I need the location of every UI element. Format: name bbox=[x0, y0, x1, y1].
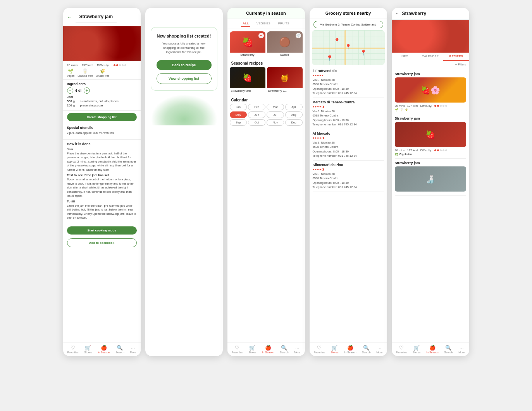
seasonal-recipes-grid: 🍓 Strawberry tarts 🍯 Strawberry J... bbox=[227, 67, 305, 96]
recipe-card-tarts[interactable]: 🍓 Strawberry tarts bbox=[230, 67, 265, 93]
jam3-image: 🍶 bbox=[395, 166, 466, 192]
test-text: Spoon a small amount of the hot jam onto… bbox=[67, 178, 137, 198]
strawberry-heart-icon[interactable]: ♥ bbox=[258, 33, 264, 38]
ingredient-1: 500 g strawberries, cut into pieces bbox=[67, 99, 137, 103]
month-mar[interactable]: Mar bbox=[267, 104, 284, 110]
filter-button[interactable]: ≡ Filters bbox=[455, 63, 466, 66]
star-icon: ● bbox=[313, 74, 315, 77]
month-feb[interactable]: Feb bbox=[248, 104, 265, 110]
month-nov[interactable]: Nov bbox=[267, 119, 284, 126]
s5-nav-in-season[interactable]: 🍎 In Season bbox=[426, 345, 439, 354]
month-jun[interactable]: Jun bbox=[248, 111, 265, 118]
nav-stores[interactable]: 🛒 Stores bbox=[84, 345, 92, 354]
view-shopping-list-button[interactable]: View shopping list bbox=[157, 73, 212, 84]
month-aug[interactable]: Aug bbox=[285, 111, 303, 118]
s3-nav-favorites[interactable]: ♡ Favorites bbox=[232, 345, 243, 354]
nav-more[interactable]: ··· More bbox=[130, 345, 136, 354]
star-icon: ● bbox=[319, 105, 321, 108]
s5-recipe-2[interactable]: Strawberry jam 🍓 20 mins 197 kcal Diffic… bbox=[395, 114, 466, 159]
star-icon: ● bbox=[315, 168, 317, 171]
s3-nav-in-season[interactable]: 🍎 In Season bbox=[262, 345, 274, 354]
s5-recipe-1[interactable]: Strawberry jam 🍓🌸 20 mins 197 kcal Diffi… bbox=[395, 70, 466, 114]
more-icon: ··· bbox=[131, 345, 135, 351]
jam-image: 🍯 bbox=[267, 67, 303, 88]
store-alimentari-pino[interactable]: Alimentari da Pino ● ● ● ● ◑ Via S. Nico… bbox=[313, 161, 384, 192]
s5-in-season-icon: 🍎 bbox=[429, 345, 436, 351]
jam-label: Strawberry J... bbox=[267, 88, 303, 93]
s5-back-arrow-icon[interactable]: ← bbox=[396, 12, 399, 15]
s4-nav-favorites[interactable]: ♡ Favorites bbox=[314, 345, 325, 354]
recipe-title: Strawberry jam bbox=[76, 11, 117, 23]
month-jul[interactable]: Jul bbox=[267, 111, 284, 118]
month-oct[interactable]: Oct bbox=[248, 119, 265, 126]
shopping-list-title: New shopping list created! bbox=[157, 34, 212, 38]
s5-nav-more[interactable]: ··· More bbox=[458, 345, 465, 354]
store-3-stars: ● ● ● ● ◑ bbox=[313, 136, 384, 140]
s4-nav-search[interactable]: 🔍 Search bbox=[362, 345, 370, 354]
tab-all[interactable]: ALL bbox=[241, 21, 250, 27]
store-al-mercato[interactable]: Al Mercato ● ● ● ● ◑ Via S. Nicolao 2865… bbox=[313, 129, 384, 161]
month-jan[interactable]: Jan bbox=[230, 104, 247, 110]
tab-fruits[interactable]: FRUITS bbox=[277, 21, 291, 27]
nav-more-label: More bbox=[130, 351, 136, 354]
s4-nav-in-season[interactable]: 🍎 In Season bbox=[344, 345, 356, 354]
fruit-card-swede[interactable]: 🟤 🛒 Swede bbox=[267, 31, 303, 57]
s4-nav-more[interactable]: ··· More bbox=[376, 345, 382, 354]
s4-favorites-icon: ♡ bbox=[317, 345, 322, 351]
s5-recipe-3[interactable]: Strawberry jam 🍶 bbox=[395, 159, 466, 196]
qty-increase-button[interactable]: + bbox=[84, 87, 90, 94]
add-to-cookbook-button[interactable]: Add to cookbook bbox=[67, 238, 137, 247]
utensils-section: Special utensils 2 jars, each approx. 30… bbox=[63, 123, 141, 140]
month-sep[interactable]: Sep bbox=[230, 119, 247, 126]
tab-recipes[interactable]: RECIPES bbox=[443, 53, 469, 61]
s3-nav-more-label: More bbox=[294, 351, 300, 354]
tab-veggies[interactable]: VEGGIES bbox=[255, 21, 272, 27]
store-fruttvendolo[interactable]: Il Fruttvendolo ● ● ● ● ● Via S. Nicolao… bbox=[313, 67, 384, 98]
shopping-list-card: New shopping list created! You successfu… bbox=[151, 27, 217, 91]
map-pin-main: 📍 bbox=[345, 44, 351, 50]
back-to-recipe-button[interactable]: Back to recipe bbox=[157, 60, 212, 70]
s3-nav-more[interactable]: ··· More bbox=[294, 345, 300, 354]
nav-in-season[interactable]: 🍎 In Season bbox=[98, 345, 110, 354]
qty-decrease-button[interactable]: − bbox=[67, 87, 73, 94]
back-arrow-icon[interactable]: ← bbox=[67, 14, 72, 20]
swede-basket-icon[interactable]: 🛒 bbox=[296, 33, 301, 38]
s3-nav-stores[interactable]: 🛒 Stores bbox=[248, 345, 256, 354]
s3-nav-search[interactable]: 🔍 Search bbox=[280, 345, 288, 354]
recipe-card-strawberry-jam[interactable]: 🍯 Strawberry J... bbox=[267, 67, 303, 93]
s5-recipe-2-thumb: 🍓 bbox=[395, 122, 466, 147]
tab-info[interactable]: INFO bbox=[392, 53, 418, 61]
badge-lactose-free: 🥛 Lactose-free bbox=[77, 68, 93, 77]
nav-favorites-label: Favorites bbox=[67, 351, 79, 354]
s5-r1-kcal: 197 kcal bbox=[407, 104, 418, 108]
s3-in-season-icon: 🍎 bbox=[265, 345, 271, 351]
s4-nav-search-label: Search bbox=[362, 351, 370, 354]
create-shopping-list-button[interactable]: Create shopping list bbox=[67, 113, 137, 121]
start-cooking-button[interactable]: Start cooking mode bbox=[67, 226, 137, 235]
nav-favorites[interactable]: ♡ Favorites bbox=[67, 345, 79, 354]
s5-recipe-2-meta: 20 mins 197 kcal Difficulty: bbox=[395, 149, 466, 152]
s5-nav-favorites[interactable]: ♡ Favorites bbox=[396, 345, 407, 354]
map-pin-1: 📍 bbox=[334, 38, 340, 44]
s5-nav-stores-label: Stores bbox=[413, 351, 420, 354]
month-apr[interactable]: Apr bbox=[285, 104, 303, 110]
store-mercato-tenero[interactable]: Mercato di Tenero-Contra ● ● ● ● ◑ Via S… bbox=[313, 98, 384, 129]
difficulty-dots bbox=[114, 64, 126, 66]
lactose-free-icon: 🥛 bbox=[82, 68, 88, 74]
nav-stores-label: Stores bbox=[84, 351, 92, 354]
location-label: Via Gerbione 6, Tenero-Contra, Switzerla… bbox=[313, 21, 383, 28]
s5-nav-stores[interactable]: 🛒 Stores bbox=[413, 345, 420, 354]
seasonal-recipes-title: Seasonal recipes bbox=[227, 59, 305, 67]
month-may[interactable]: May bbox=[230, 111, 247, 118]
tab-calendar[interactable]: CALENDAR bbox=[417, 53, 443, 61]
month-dec[interactable]: Dec bbox=[285, 119, 303, 126]
dot bbox=[442, 105, 444, 107]
map-view[interactable]: 📍 📍 📍 📍 bbox=[312, 30, 385, 65]
s4-nav-stores[interactable]: 🛒 Stores bbox=[331, 345, 338, 354]
s5-nav-search[interactable]: 🔍 Search bbox=[444, 345, 453, 354]
bottom-nav-s4: ♡ Favorites 🛒 Stores 🍎 In Season 🔍 Searc… bbox=[310, 342, 387, 356]
nav-search[interactable]: 🔍 Search bbox=[115, 345, 124, 354]
fruit-card-strawberry[interactable]: 🍓 ♥ Strawberry bbox=[230, 31, 265, 57]
dot bbox=[437, 149, 439, 151]
s5-recipe-1-title: Strawberry jam bbox=[395, 72, 466, 76]
